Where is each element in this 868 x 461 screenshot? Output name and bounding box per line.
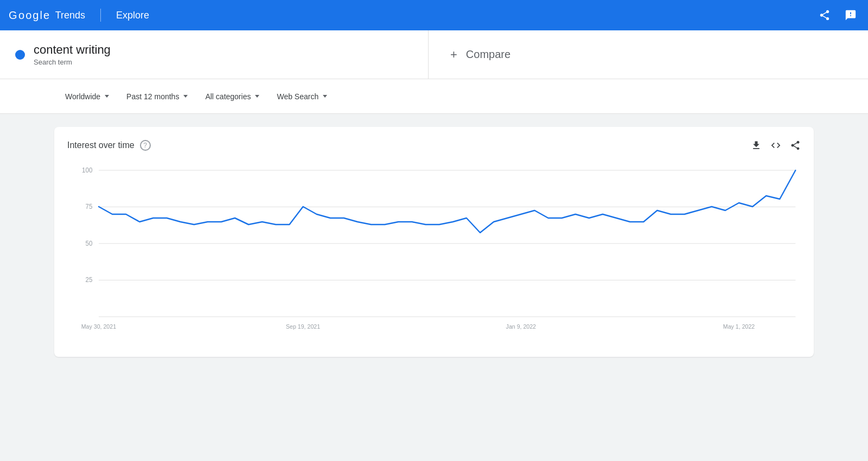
chevron-down-icon	[323, 95, 327, 98]
header-left: G o o g l e Trends Explore	[9, 9, 149, 22]
search-section: content writing Search term + Compare	[0, 30, 868, 79]
search-term-name: content writing	[34, 43, 111, 57]
card-actions	[751, 140, 801, 151]
main-content: Interest over time ?	[0, 114, 868, 439]
search-term-text: content writing Search term	[34, 43, 111, 66]
chevron-down-icon	[105, 95, 109, 98]
header-right	[816, 7, 859, 24]
feedback-icon[interactable]	[842, 7, 859, 24]
embed-icon[interactable]	[770, 140, 781, 151]
card-title: Interest over time	[67, 140, 135, 150]
chevron-down-icon	[255, 95, 259, 98]
help-icon[interactable]: ?	[140, 140, 151, 151]
filter-time-label: Past 12 months	[126, 92, 179, 101]
search-term-box: content writing Search term	[0, 30, 429, 79]
trend-line	[99, 170, 795, 233]
filter-categories[interactable]: All categories	[205, 92, 259, 101]
header: G o o g l e Trends Explore	[0, 0, 868, 30]
filter-search-type[interactable]: Web Search	[277, 92, 327, 101]
card-title-row: Interest over time ?	[67, 140, 151, 151]
svg-text:May 1, 2022: May 1, 2022	[723, 323, 755, 330]
share-icon[interactable]	[816, 7, 833, 24]
header-divider	[100, 9, 101, 22]
filter-region[interactable]: Worldwide	[65, 92, 109, 101]
plus-icon: +	[450, 48, 457, 62]
search-term-indicator	[15, 50, 25, 60]
svg-text:May 30, 2021: May 30, 2021	[81, 323, 116, 330]
compare-box[interactable]: + Compare	[429, 30, 868, 79]
card-header: Interest over time ?	[54, 140, 814, 159]
filter-time[interactable]: Past 12 months	[126, 92, 188, 101]
chart-svg-wrapper: 100 75 50 25 May 30, 2021 Sep 19, 2021 J…	[67, 159, 801, 344]
download-icon[interactable]	[751, 140, 762, 151]
filter-region-label: Worldwide	[65, 92, 100, 101]
search-term-type: Search term	[34, 58, 111, 66]
explore-label: Explore	[116, 10, 149, 21]
chart-container: 100 75 50 25 May 30, 2021 Sep 19, 2021 J…	[54, 159, 814, 357]
google-trends-logo: G o o g l e Trends	[9, 9, 85, 22]
filter-bar: Worldwide Past 12 months All categories …	[0, 79, 868, 114]
chart-svg: 100 75 50 25 May 30, 2021 Sep 19, 2021 J…	[67, 159, 801, 333]
svg-text:50: 50	[85, 240, 92, 247]
svg-text:Sep 19, 2021: Sep 19, 2021	[286, 323, 320, 330]
filter-search-type-label: Web Search	[277, 92, 318, 101]
filter-categories-label: All categories	[205, 92, 251, 101]
chevron-down-icon	[183, 95, 188, 98]
share-card-icon[interactable]	[790, 140, 801, 151]
svg-text:75: 75	[85, 203, 92, 210]
svg-text:25: 25	[85, 276, 92, 283]
svg-text:Jan 9, 2022: Jan 9, 2022	[506, 323, 536, 330]
interest-over-time-card: Interest over time ?	[54, 127, 814, 357]
logo-full: G o o g l e Trends	[9, 9, 85, 22]
svg-text:100: 100	[82, 167, 93, 174]
trends-label: Trends	[53, 10, 85, 21]
compare-label: Compare	[466, 48, 510, 61]
